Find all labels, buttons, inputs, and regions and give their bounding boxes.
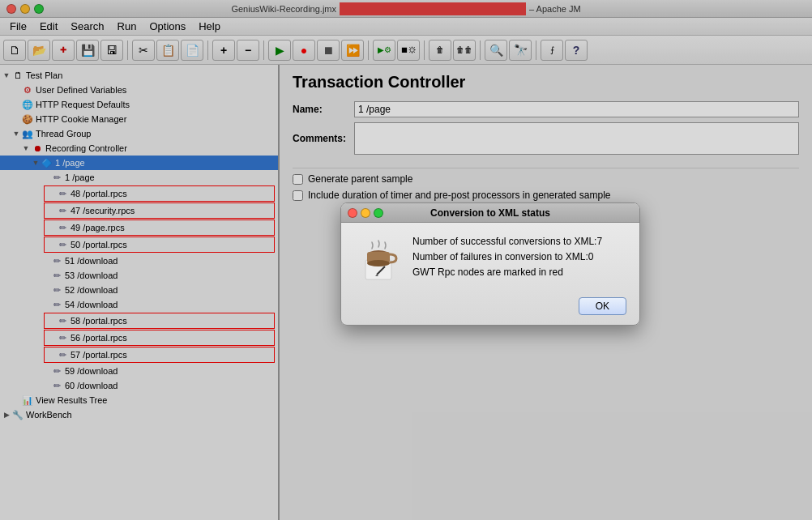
svg-point-3 bbox=[367, 260, 390, 266]
ok-button[interactable]: OK bbox=[579, 297, 626, 315]
dialog-overlay: Conversion to XML status bbox=[0, 0, 812, 520]
dialog-titlebar: Conversion to XML status bbox=[341, 203, 639, 223]
dialog-max-button[interactable] bbox=[374, 208, 383, 218]
dialog-content: Number of successful conversions to XML:… bbox=[412, 234, 626, 283]
dialog-line1: Number of successful conversions to XML:… bbox=[412, 234, 626, 249]
dialog-title: Conversion to XML status bbox=[430, 207, 550, 219]
dialog-close-button[interactable] bbox=[348, 208, 357, 218]
dialog-line2: Number of failures in conversion to XML:… bbox=[412, 249, 626, 265]
dialog-icon-area bbox=[354, 234, 403, 283]
coffee-icon bbox=[357, 237, 400, 283]
dialog-body: Number of successful conversions to XML:… bbox=[341, 223, 639, 292]
dialog: Conversion to XML status bbox=[340, 202, 640, 326]
dialog-footer: OK bbox=[341, 292, 639, 325]
dialog-controls[interactable] bbox=[348, 208, 383, 218]
dialog-line3: GWT Rpc nodes are marked in red bbox=[412, 265, 626, 280]
dialog-min-button[interactable] bbox=[361, 208, 370, 218]
